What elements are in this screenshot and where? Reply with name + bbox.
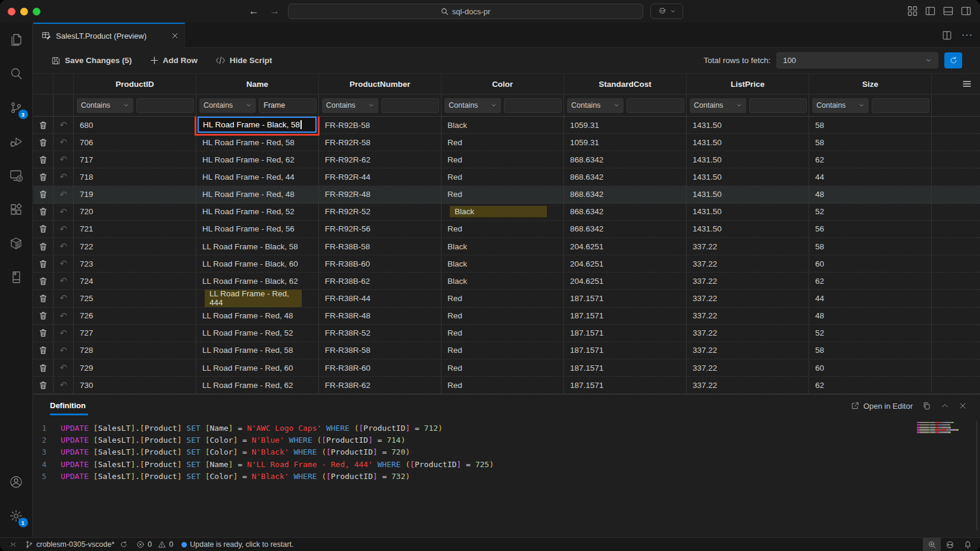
delete-row-button[interactable] [33, 359, 54, 376]
command-center-search[interactable]: sql-docs-pr [288, 4, 643, 19]
cell-color[interactable]: Red [442, 359, 564, 376]
cell-size[interactable]: 52 [809, 204, 932, 220]
cell-id[interactable]: 729 [74, 359, 196, 376]
cell-cost[interactable]: 187.1571 [564, 325, 687, 342]
delete-row-button[interactable] [33, 255, 54, 272]
grid-menu-icon[interactable] [962, 79, 972, 89]
cell-number[interactable]: FR-R92R-62 [319, 151, 442, 168]
filter-operator-dropdown[interactable]: Contains [322, 98, 378, 113]
cell-size[interactable]: 62 [809, 151, 932, 168]
cell-cost[interactable]: 187.1571 [564, 359, 687, 376]
column-header-listprice[interactable]: ListPrice [687, 74, 809, 94]
cell-name[interactable]: LL Road Frame - Red, 444 [196, 290, 319, 306]
cell-size[interactable]: 56 [809, 221, 932, 237]
cell-number[interactable]: FR-R38R-48 [319, 308, 442, 324]
cell-name[interactable]: HL Road Frame - Black, 58 [196, 117, 319, 133]
cell-price[interactable]: 337.22 [687, 377, 809, 393]
delete-row-button[interactable] [33, 377, 54, 393]
cell-price[interactable]: 1431.50 [687, 117, 809, 133]
delete-row-button[interactable] [33, 134, 54, 151]
cell-id[interactable]: 722 [74, 238, 196, 255]
delete-row-button[interactable] [33, 308, 54, 324]
save-changes-button[interactable]: Save Changes (5) [51, 56, 132, 65]
filter-operator-dropdown[interactable]: Contains [199, 98, 256, 113]
sidebar-item-containers[interactable] [0, 226, 33, 260]
delete-row-button[interactable] [33, 168, 54, 185]
cell-color[interactable]: Black [442, 273, 564, 289]
cell-name[interactable]: LL Road Frame - Red, 60 [196, 359, 319, 376]
cell-size[interactable]: 44 [809, 290, 932, 306]
branch-status-item[interactable]: croblesm-0305-vscode* [25, 540, 128, 549]
column-header-productid[interactable]: ProductID [74, 74, 196, 94]
filter-operator-dropdown[interactable]: Contains [77, 98, 133, 113]
cell-color[interactable]: Black [442, 204, 564, 220]
cell-number[interactable]: FR-R92R-48 [319, 186, 442, 203]
cell-color[interactable]: Red [442, 168, 564, 185]
cell-price[interactable]: 1431.50 [687, 221, 809, 237]
cell-id[interactable]: 727 [74, 325, 196, 342]
back-arrow-icon[interactable]: ← [249, 5, 259, 17]
split-editor-icon[interactable] [942, 30, 952, 40]
cell-name[interactable]: LL Road Frame - Black, 58 [196, 238, 319, 255]
filter-value-input[interactable]: Frame [259, 98, 317, 113]
delete-row-button[interactable] [33, 238, 54, 255]
cell-size[interactable]: 60 [809, 359, 932, 376]
cell-id[interactable]: 730 [74, 377, 196, 393]
cell-price[interactable]: 337.22 [687, 325, 809, 342]
toggle-primary-sidebar-icon[interactable] [925, 5, 936, 17]
cell-id[interactable]: 726 [74, 308, 196, 324]
undo-row-button[interactable]: ↶ [54, 325, 74, 342]
cell-color[interactable]: Red [442, 186, 564, 203]
cell-number[interactable]: FR-R92R-44 [319, 168, 442, 185]
minimize-window-button[interactable] [20, 8, 28, 15]
sidebar-item-source-control[interactable]: 3 [0, 90, 33, 124]
delete-row-button[interactable] [33, 221, 54, 237]
cell-name[interactable]: HL Road Frame - Red, 52 [196, 204, 319, 220]
undo-row-button[interactable]: ↶ [54, 204, 74, 220]
tab-saleslt-product[interactable]: SalesLT.Product (Preview) [33, 23, 185, 48]
cell-size[interactable]: 60 [809, 255, 932, 272]
cell-color[interactable]: Red [442, 151, 564, 168]
cell-size[interactable]: 44 [809, 168, 932, 185]
cell-name[interactable]: LL Road Frame - Black, 62 [196, 273, 319, 289]
filter-operator-dropdown[interactable]: Contains [812, 98, 869, 113]
zoom-status-button[interactable] [923, 538, 941, 551]
cell-cost[interactable]: 187.1571 [564, 342, 687, 359]
filter-value-input[interactable] [136, 98, 194, 113]
cell-id[interactable]: 680 [74, 117, 196, 133]
cell-size[interactable]: 62 [809, 377, 932, 393]
cell-price[interactable]: 1431.50 [687, 151, 809, 168]
undo-row-button[interactable]: ↶ [54, 342, 74, 359]
sidebar-item-run-debug[interactable] [0, 124, 33, 158]
cell-cost[interactable]: 868.6342 [564, 204, 687, 220]
cell-number[interactable]: FR-R38B-58 [319, 238, 442, 255]
cell-name[interactable]: LL Road Frame - Red, 52 [196, 325, 319, 342]
cell-name[interactable]: LL Road Frame - Red, 48 [196, 308, 319, 324]
filter-operator-dropdown[interactable]: Contains [444, 98, 501, 113]
cell-size[interactable]: 52 [809, 325, 932, 342]
cell-number[interactable]: FR-R38R-60 [319, 359, 442, 376]
undo-row-button[interactable]: ↶ [54, 134, 74, 151]
undo-row-button[interactable]: ↶ [54, 151, 74, 168]
problems-status-item[interactable]: 0 0 [136, 540, 173, 549]
cell-number[interactable]: FR-R38R-44 [319, 290, 442, 306]
delete-row-button[interactable] [33, 186, 54, 203]
forward-arrow-icon[interactable]: → [270, 5, 280, 17]
cell-cost[interactable]: 868.6342 [564, 186, 687, 203]
undo-row-button[interactable]: ↶ [54, 255, 74, 272]
cell-cost[interactable]: 204.6251 [564, 255, 687, 272]
delete-row-button[interactable] [33, 151, 54, 168]
delete-row-button[interactable] [33, 290, 54, 306]
undo-row-button[interactable]: ↶ [54, 273, 74, 289]
cell-number[interactable]: FR-R92B-58 [319, 117, 442, 133]
sidebar-item-database[interactable] [0, 260, 33, 294]
close-tab-icon[interactable] [171, 32, 179, 39]
undo-row-button[interactable]: ↶ [54, 221, 74, 237]
cell-id[interactable]: 717 [74, 151, 196, 168]
cell-number[interactable]: FR-R92R-58 [319, 134, 442, 151]
delete-row-button[interactable] [33, 117, 54, 133]
definition-tab[interactable]: Definition [50, 401, 86, 411]
filter-value-input[interactable] [504, 98, 562, 113]
cell-color[interactable]: Red [442, 221, 564, 237]
cell-color[interactable]: Red [442, 342, 564, 359]
